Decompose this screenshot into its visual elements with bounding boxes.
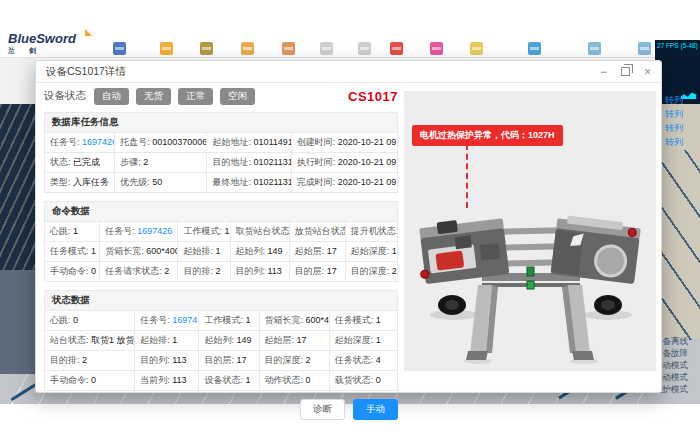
field-label: 优先级: [120, 177, 152, 187]
field-cell: 类型: 入库任务 [45, 173, 115, 193]
status-badge[interactable]: 正常 [178, 88, 213, 105]
cart-icon[interactable] [200, 42, 213, 55]
field-value: 2 [82, 355, 87, 365]
field-label: 目的层: [295, 266, 327, 276]
table-row: 目的排: 2目的列: 113目的层: 17目的深度: 2任务状态: 4 [45, 351, 398, 371]
field-value: 0101149171 [253, 137, 291, 147]
tag-icon[interactable] [430, 42, 443, 55]
field-cell: 动作状态: 0 [259, 371, 329, 391]
field-cell: 货箱长宽: 600*400 [100, 242, 178, 262]
close-icon[interactable]: × [644, 66, 651, 78]
field-value: 1 [224, 226, 229, 236]
table-row: 心跳: 0任务号: 1697426工作模式: 1货箱长宽: 600*400任务模… [45, 311, 398, 331]
field-label: 完成时间: [297, 177, 338, 187]
scene-rack-left [0, 104, 36, 270]
field-cell: 设备状态: 1 [199, 371, 259, 391]
dialog-title: 设备CS1017详情 [46, 65, 126, 79]
field-cell: 目的排: 2 [45, 351, 135, 371]
field-value: 2 [392, 266, 397, 276]
restore-icon[interactable] [621, 67, 630, 76]
field-value: 0 [376, 375, 381, 385]
field-value: 1 [376, 315, 381, 325]
field-cell: 任务模式: 1 [45, 242, 100, 262]
table-row: 状态: 已完成步骤: 2目的地址: 0102113172执行时间: 2020-1… [45, 153, 398, 173]
field-cell: 目的列: 113 [230, 262, 289, 282]
field-label: 任务状态: [335, 355, 376, 365]
rotate-option-label[interactable]: 转列 [665, 122, 683, 135]
rotate-option-label[interactable]: 转列 [665, 94, 683, 107]
field-cell: 任务请求状态: 2 [100, 262, 178, 282]
field-value[interactable]: 1697426 [82, 137, 115, 147]
fps-readout: 27 FPS (5-48) [655, 40, 700, 51]
field-value: 149 [236, 335, 251, 345]
field-label: 最终地址: [212, 177, 253, 187]
rotate-option-label[interactable]: 转列 [665, 108, 683, 121]
field-label: 手动命令: [50, 266, 91, 276]
field-label: 心跳: [50, 226, 73, 236]
field-cell: 起始深度: 1 [345, 242, 397, 262]
field-label: 创建时间: [297, 137, 338, 147]
field-cell: 托盘号: 00100370006611464548 [115, 133, 207, 153]
box1-icon[interactable] [588, 42, 601, 55]
field-label: 起始深度: [335, 335, 376, 345]
diagnose-button[interactable]: 诊断 [300, 399, 345, 420]
status-badge[interactable]: 自动 [94, 88, 129, 105]
field-label: 载货状态: [335, 375, 376, 385]
document2-icon[interactable] [358, 42, 371, 55]
table-row: 类型: 入库任务优先级: 50最终地址: 0102113172完成时间: 202… [45, 173, 398, 193]
field-value[interactable]: 1697426 [172, 315, 199, 325]
field-cell: 起始地址: 0101149171 [207, 133, 291, 153]
field-label: 放货站台状态: [295, 226, 346, 236]
field-label: 起始列: [236, 246, 268, 256]
section-title: 命令数据 [44, 201, 398, 221]
scene-left-wall [0, 58, 36, 104]
manual-button[interactable]: 手动 [353, 399, 398, 420]
field-value: 2020-10-21 09:58:43 [338, 137, 398, 147]
rotate-option-label[interactable]: 转列 [665, 136, 683, 149]
field-value: 600*400 [146, 246, 178, 256]
field-cell: 任务号: 1697426 [45, 133, 115, 153]
field-label: 任务模式: [335, 315, 376, 325]
field-cell: 任务号: 1697426 [100, 222, 178, 242]
monitor-icon[interactable] [113, 42, 126, 55]
field-label: 目的排: [183, 266, 215, 276]
field-cell: 货箱长宽: 600*400 [259, 311, 329, 331]
field-cell: 目的层: 17 [199, 351, 259, 371]
document-icon[interactable] [320, 42, 333, 55]
table-row: 站台状态: 取货1 放货1起始排: 1起始列: 149起始层: 17起始深度: … [45, 331, 398, 351]
shuttle-robot-model [412, 195, 648, 367]
worker-icon[interactable] [282, 42, 295, 55]
field-value: 17 [327, 246, 337, 256]
field-label: 工作模式: [204, 315, 245, 325]
app-root: BlueSword 兰 剑 27 FPS (5-48) ×转列×转列转列转列 设… [0, 0, 700, 440]
field-cell: 起始排: 1 [178, 242, 230, 262]
field-value: 50 [152, 177, 162, 187]
field-cell: 起始深度: 1 [329, 331, 397, 351]
minimize-icon[interactable]: − [600, 66, 607, 78]
field-label: 目的排: [50, 355, 82, 365]
folder-icon[interactable] [470, 42, 483, 55]
field-label: 类型: [50, 177, 73, 187]
field-value[interactable]: 1697426 [137, 226, 172, 236]
box2-icon[interactable] [638, 42, 651, 55]
model-3d-viewport[interactable]: 电机过热保护异常，代码：1027H [404, 91, 656, 371]
status-badge[interactable]: 空闲 [220, 88, 255, 105]
alert-icon[interactable] [390, 42, 403, 55]
logo-accent [85, 29, 92, 36]
barcode-icon[interactable] [528, 42, 541, 55]
field-label: 提升机状态: [351, 226, 398, 236]
forklift-icon[interactable] [241, 42, 254, 55]
section-title: 数据库任务信息 [44, 112, 398, 132]
field-cell: 执行时间: 2020-10-21 09:58:49 [291, 153, 397, 173]
status-badge[interactable]: 无货 [136, 88, 171, 105]
ring-icon[interactable] [160, 42, 173, 55]
field-label: 目的深度: [265, 355, 306, 365]
field-value: 0102113172 [253, 177, 291, 187]
field-cell: 任务模式: 1 [329, 311, 397, 331]
field-cell: 当前列: 113 [135, 371, 199, 391]
field-value: 1 [215, 246, 220, 256]
bluesword-logo: BlueSword 兰 剑 [8, 31, 98, 56]
field-value: 600*400 [306, 315, 330, 325]
field-label: 目的层: [204, 355, 236, 365]
field-cell: 起始列: 149 [230, 242, 289, 262]
